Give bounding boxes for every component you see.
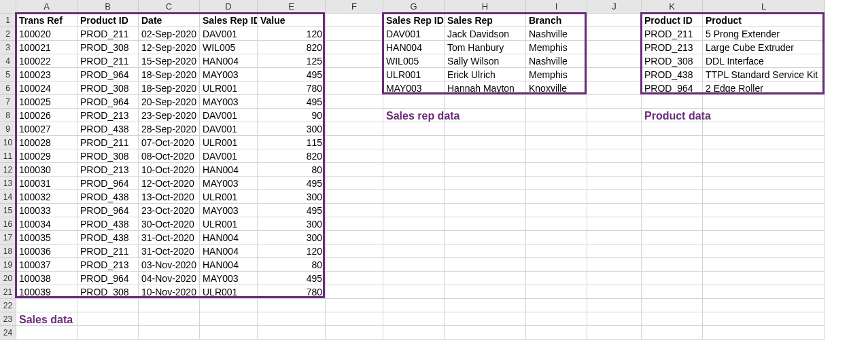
row-header-7[interactable]: 7 bbox=[0, 95, 16, 109]
row-header-23[interactable]: 23 bbox=[0, 312, 16, 326]
cell-I12[interactable] bbox=[526, 163, 587, 177]
cell-C8[interactable]: 23-Sep-2020 bbox=[139, 109, 200, 122]
cell-F4[interactable] bbox=[326, 54, 383, 68]
cell-J9[interactable] bbox=[587, 122, 642, 136]
cell-A8[interactable]: 100026 bbox=[16, 109, 77, 122]
cell-G15[interactable] bbox=[383, 204, 445, 217]
cell-C16[interactable]: 30-Oct-2020 bbox=[139, 217, 200, 231]
cell-B24[interactable] bbox=[77, 326, 139, 340]
cell-K17[interactable] bbox=[642, 231, 703, 244]
cell-C3[interactable]: 12-Sep-2020 bbox=[139, 41, 200, 54]
cell-B17[interactable]: PROD_438 bbox=[77, 231, 139, 244]
cell-I24[interactable] bbox=[526, 326, 587, 340]
cell-D13[interactable]: MAY003 bbox=[200, 177, 258, 190]
cell-H20[interactable] bbox=[445, 272, 526, 285]
select-all-corner[interactable] bbox=[0, 0, 16, 14]
cell-K10[interactable] bbox=[642, 136, 703, 149]
cell-D18[interactable]: HAN004 bbox=[200, 244, 258, 258]
row-header-16[interactable]: 16 bbox=[0, 217, 16, 231]
col-header-E[interactable]: E bbox=[258, 0, 326, 14]
cell-A17[interactable]: 100035 bbox=[16, 231, 77, 244]
cell-J22[interactable] bbox=[587, 299, 642, 312]
row-header-15[interactable]: 15 bbox=[0, 204, 16, 217]
cell-F18[interactable] bbox=[326, 244, 383, 258]
cell-F16[interactable] bbox=[326, 217, 383, 231]
cell-K4[interactable]: PROD_308 bbox=[642, 54, 703, 68]
cell-F9[interactable] bbox=[326, 122, 383, 136]
cell-E2[interactable]: 120 bbox=[258, 27, 326, 41]
cell-H18[interactable] bbox=[445, 244, 526, 258]
cell-C2[interactable]: 02-Sep-2020 bbox=[139, 27, 200, 41]
col-header-K[interactable]: K bbox=[642, 0, 703, 14]
cell-H11[interactable] bbox=[445, 149, 526, 163]
cell-L19[interactable] bbox=[703, 258, 825, 272]
cell-J2[interactable] bbox=[587, 27, 642, 41]
cell-B13[interactable]: PROD_964 bbox=[77, 177, 139, 190]
cell-H16[interactable] bbox=[445, 217, 526, 231]
cell-A4[interactable]: 100022 bbox=[16, 54, 77, 68]
cell-A6[interactable]: 100024 bbox=[16, 81, 77, 95]
cell-I11[interactable] bbox=[526, 149, 587, 163]
row-header-12[interactable]: 12 bbox=[0, 163, 16, 177]
cell-G7[interactable] bbox=[383, 95, 445, 109]
cell-K20[interactable] bbox=[642, 272, 703, 285]
cell-C21[interactable]: 10-Nov-2020 bbox=[139, 285, 200, 299]
cell-B23[interactable] bbox=[77, 312, 139, 326]
cell-C24[interactable] bbox=[139, 326, 200, 340]
row-header-19[interactable]: 19 bbox=[0, 258, 16, 272]
cell-A5[interactable]: 100023 bbox=[16, 68, 77, 81]
col-header-B[interactable]: B bbox=[77, 0, 139, 14]
cell-B4[interactable]: PROD_211 bbox=[77, 54, 139, 68]
cell-B16[interactable]: PROD_438 bbox=[77, 217, 139, 231]
cell-L7[interactable] bbox=[703, 95, 825, 109]
cell-J5[interactable] bbox=[587, 68, 642, 81]
cell-E24[interactable] bbox=[258, 326, 326, 340]
cell-F2[interactable] bbox=[326, 27, 383, 41]
cell-E5[interactable]: 495 bbox=[258, 68, 326, 81]
cell-A11[interactable]: 100029 bbox=[16, 149, 77, 163]
cell-I9[interactable] bbox=[526, 122, 587, 136]
cell-A7[interactable]: 100025 bbox=[16, 95, 77, 109]
cell-F6[interactable] bbox=[326, 81, 383, 95]
cell-D15[interactable]: MAY003 bbox=[200, 204, 258, 217]
cell-K1[interactable]: Product ID bbox=[642, 14, 703, 27]
row-header-13[interactable]: 13 bbox=[0, 177, 16, 190]
cell-G16[interactable] bbox=[383, 217, 445, 231]
cell-K18[interactable] bbox=[642, 244, 703, 258]
cell-E3[interactable]: 820 bbox=[258, 41, 326, 54]
cell-B3[interactable]: PROD_308 bbox=[77, 41, 139, 54]
cell-J11[interactable] bbox=[587, 149, 642, 163]
cell-F15[interactable] bbox=[326, 204, 383, 217]
cell-C10[interactable]: 07-Oct-2020 bbox=[139, 136, 200, 149]
cell-E20[interactable]: 495 bbox=[258, 272, 326, 285]
cell-K23[interactable] bbox=[642, 312, 703, 326]
cell-H3[interactable]: Tom Hanbury bbox=[445, 41, 526, 54]
cell-J15[interactable] bbox=[587, 204, 642, 217]
cell-C14[interactable]: 13-Oct-2020 bbox=[139, 190, 200, 204]
cell-B21[interactable]: PROD_308 bbox=[77, 285, 139, 299]
cell-A12[interactable]: 100030 bbox=[16, 163, 77, 177]
cell-B10[interactable]: PROD_211 bbox=[77, 136, 139, 149]
cell-J24[interactable] bbox=[587, 326, 642, 340]
cell-C5[interactable]: 18-Sep-2020 bbox=[139, 68, 200, 81]
cell-B22[interactable] bbox=[77, 299, 139, 312]
cell-E19[interactable]: 80 bbox=[258, 258, 326, 272]
cell-B18[interactable]: PROD_211 bbox=[77, 244, 139, 258]
cell-E1[interactable]: Value bbox=[258, 14, 326, 27]
cell-J13[interactable] bbox=[587, 177, 642, 190]
cell-K2[interactable]: PROD_211 bbox=[642, 27, 703, 41]
cell-D10[interactable]: ULR001 bbox=[200, 136, 258, 149]
cell-J14[interactable] bbox=[587, 190, 642, 204]
cell-E11[interactable]: 820 bbox=[258, 149, 326, 163]
cell-A24[interactable] bbox=[16, 326, 77, 340]
cell-B8[interactable]: PROD_213 bbox=[77, 109, 139, 122]
cell-L11[interactable] bbox=[703, 149, 825, 163]
cell-L18[interactable] bbox=[703, 244, 825, 258]
cell-E23[interactable] bbox=[258, 312, 326, 326]
cell-B14[interactable]: PROD_438 bbox=[77, 190, 139, 204]
row-header-9[interactable]: 9 bbox=[0, 122, 16, 136]
cell-K9[interactable] bbox=[642, 122, 703, 136]
cell-L24[interactable] bbox=[703, 326, 825, 340]
cell-L14[interactable] bbox=[703, 190, 825, 204]
cell-F14[interactable] bbox=[326, 190, 383, 204]
